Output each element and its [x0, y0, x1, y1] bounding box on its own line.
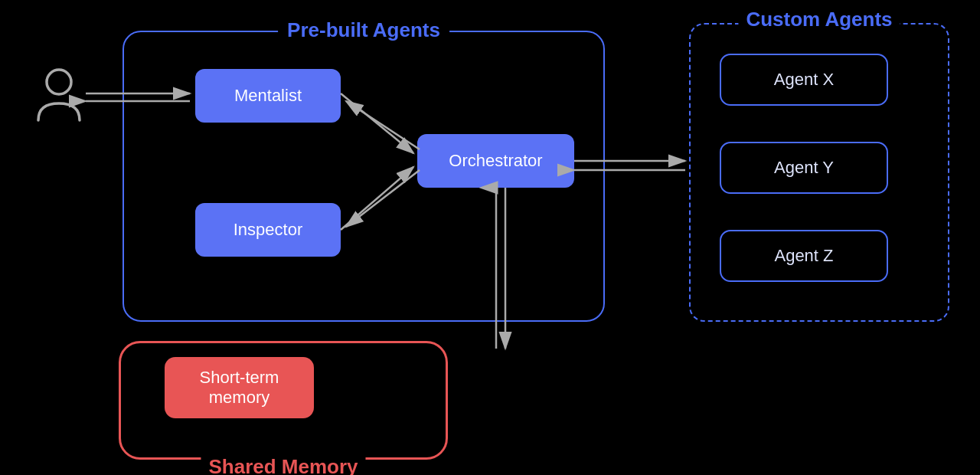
agent-x-node: Agent X	[720, 54, 888, 106]
orchestrator-label: Orchestrator	[449, 151, 542, 171]
short-term-memory-label: Short-termmemory	[200, 368, 279, 408]
prebuilt-agents-label: Pre-built Agents	[278, 18, 449, 42]
shared-memory-label: Shared Memory	[201, 455, 365, 475]
mentalist-label: Mentalist	[234, 86, 302, 106]
mentalist-node: Mentalist	[195, 69, 341, 123]
agent-z-node: Agent Z	[720, 230, 888, 282]
agent-y-node: Agent Y	[720, 142, 888, 194]
user-icon	[32, 65, 86, 126]
custom-agents-label: Custom Agents	[738, 8, 900, 31]
inspector-label: Inspector	[234, 220, 303, 240]
inspector-node: Inspector	[195, 203, 341, 257]
agent-y-label: Agent Y	[774, 158, 834, 178]
svg-point-0	[47, 70, 71, 94]
short-term-memory-node: Short-termmemory	[165, 357, 314, 418]
agent-z-label: Agent Z	[774, 246, 833, 266]
diagram-container: Pre-built Agents Custom Agents Shared Me…	[0, 0, 980, 475]
orchestrator-node: Orchestrator	[417, 134, 574, 188]
agent-x-label: Agent X	[774, 70, 834, 90]
